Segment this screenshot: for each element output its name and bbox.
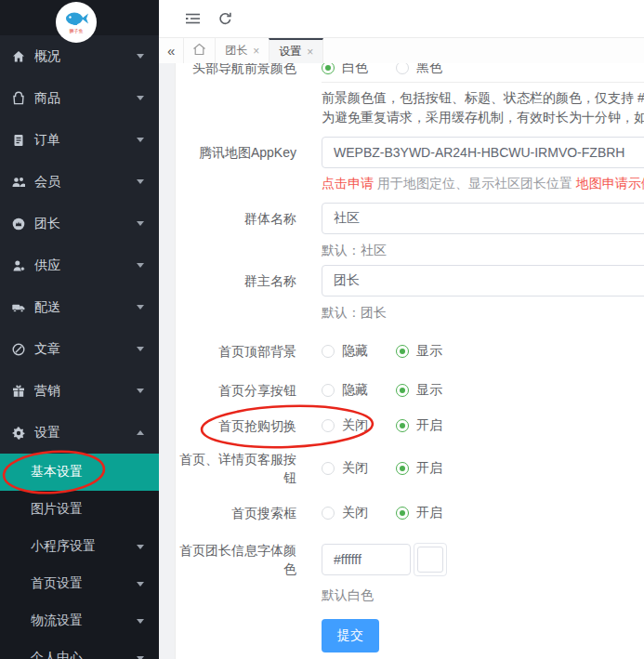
close-icon[interactable]: × [253, 45, 259, 58]
sidebar-item-label: 供应 [34, 257, 137, 274]
sub-item-label: 小程序设置 [31, 538, 137, 555]
color-picker-swatch[interactable] [414, 543, 447, 576]
tab-label: 设置 [279, 44, 301, 59]
apply-link[interactable]: 点击申请 [322, 176, 374, 191]
sidebar-item-orders[interactable]: 订单 [0, 119, 159, 161]
sidebar-item-miniprogram-settings[interactable]: 小程序设置 [0, 528, 159, 565]
leader-badge-icon [11, 217, 26, 231]
sidebar-item-homepage-settings[interactable]: 首页设置 [0, 565, 159, 602]
radio-circle-icon [396, 507, 409, 520]
divider [322, 82, 644, 83]
chevron-down-icon [137, 305, 144, 310]
radio-circle-icon [322, 63, 335, 74]
form-row-leader-font-color: 首页团长信息字体颜色 [176, 541, 644, 578]
home-icon [11, 49, 26, 64]
radio-on[interactable]: 开启 [396, 505, 442, 521]
sidebar-item-label: 营销 [34, 383, 137, 400]
chevron-down-icon [137, 656, 144, 659]
owner-name-hint: 默认：团长 [322, 305, 644, 322]
logo-strip: 狮子鱼 [0, 0, 159, 35]
chevron-down-icon [137, 619, 144, 624]
radio-circle-icon [322, 419, 335, 432]
map-appkey-input[interactable] [322, 137, 644, 168]
sub-item-label: 图片设置 [31, 501, 148, 518]
field-label: 首页团长信息字体颜色 [176, 541, 296, 578]
sidebar-item-articles[interactable]: 文章 [0, 328, 159, 370]
sidebar-item-supply[interactable]: 供应 [0, 244, 159, 286]
close-icon[interactable]: × [307, 46, 313, 59]
form-row-foreground-color: 头部导航前景颜色 白色 黑色 [176, 63, 644, 78]
topbar [159, 0, 644, 38]
sidebar-item-marketing[interactable]: 营销 [0, 370, 159, 412]
chevron-down-icon [137, 54, 144, 59]
group-name-hint: 默认：社区 [322, 243, 644, 259]
tab-label: 团长 [225, 43, 247, 59]
home-tab-button[interactable] [184, 38, 216, 63]
sidebar-item-label: 文章 [34, 341, 137, 358]
field-label: 首页抢购切换 [176, 416, 296, 435]
collapse-tabs-button[interactable]: « [159, 38, 184, 63]
content-body: 头部导航前景颜色 白色 黑色 [159, 63, 644, 659]
sidebar-item-personal-center[interactable]: 个人中心 [0, 639, 159, 659]
chevron-down-icon [137, 389, 144, 393]
chevron-down-icon [137, 347, 144, 351]
chevron-down-icon [137, 179, 144, 184]
radio-on[interactable]: 开启 [396, 460, 442, 477]
form-row-map-appkey: 腾讯地图AppKey [176, 137, 644, 168]
logo: 狮子鱼 [56, 2, 97, 43]
group-name-input[interactable] [322, 203, 644, 234]
sidebar-item-image-settings[interactable]: 图片设置 [0, 491, 159, 528]
home-outline-icon [192, 43, 206, 59]
radio-off[interactable]: 关闭 [322, 505, 368, 521]
submit-button[interactable]: 提交 [322, 619, 379, 652]
radio-white[interactable]: 白色 [322, 63, 368, 76]
radio-circle-icon [322, 507, 335, 520]
radio-on[interactable]: 开启 [396, 417, 442, 434]
tab-settings[interactable]: 设置 × [269, 38, 323, 63]
chevron-down-icon [137, 263, 144, 268]
fold-menu-icon[interactable] [185, 11, 201, 26]
help-line: 为避免重复请求，采用缓存机制，有效时长为十分钟，如需马上生效可重新 [322, 108, 644, 127]
radio-circle-icon [396, 345, 409, 358]
field-label: 群主名称 [176, 271, 296, 290]
field-label: 头部导航前景颜色 [176, 63, 296, 77]
field-label: 群体名称 [176, 209, 296, 228]
refresh-icon[interactable] [217, 11, 233, 27]
compass-icon [11, 342, 26, 357]
main-menu: 概况 商品 订单 会员 [0, 35, 159, 659]
radio-black[interactable]: 黑色 [396, 63, 442, 76]
radio-circle-icon [322, 462, 335, 475]
map-appkey-links: 点击申请 用于地图定位、显示社区团长位置 地图申请示例 小程序域名设置 [322, 175, 644, 191]
sidebar-item-delivery[interactable]: 配送 [0, 286, 159, 328]
radio-off[interactable]: 关闭 [322, 417, 368, 434]
sidebar-item-label: 配送 [34, 299, 137, 316]
sidebar-item-logistics-settings[interactable]: 物流设置 [0, 602, 159, 639]
font-color-input[interactable] [322, 544, 411, 575]
page-gutter [159, 63, 175, 659]
radio-circle-icon [322, 345, 335, 358]
radio-show[interactable]: 显示 [396, 382, 442, 399]
tab-leaders[interactable]: 团长 × [216, 38, 269, 63]
radio-show[interactable]: 显示 [396, 343, 442, 360]
chevron-down-icon [137, 582, 144, 587]
radio-hide[interactable]: 隐藏 [322, 382, 368, 399]
map-example-link[interactable]: 地图申请示例 [576, 176, 644, 191]
owner-name-input[interactable] [322, 265, 644, 297]
sidebar-item-products[interactable]: 商品 [0, 77, 159, 119]
radio-hide[interactable]: 隐藏 [322, 343, 368, 360]
sub-item-label: 物流设置 [31, 613, 137, 629]
file-icon [11, 133, 26, 148]
sidebar-item-leaders[interactable]: 团长 [0, 203, 159, 244]
sidebar-item-label: 商品 [34, 90, 137, 107]
sidebar-item-label: 设置 [34, 425, 137, 442]
sidebar-item-settings[interactable]: 设置 [0, 412, 159, 454]
form-row-group-name: 群体名称 [176, 203, 644, 234]
sub-item-label: 基本设置 [31, 464, 148, 481]
sidebar: 狮子鱼 概况 商品 订单 [0, 0, 159, 659]
radio-off[interactable]: 关闭 [322, 460, 368, 477]
sidebar-item-members[interactable]: 会员 [0, 161, 159, 203]
supplier-icon [11, 258, 26, 273]
truck-icon [11, 300, 26, 315]
map-desc: 用于地图定位、显示社区团长位置 [377, 176, 572, 191]
sidebar-item-basic-settings[interactable]: 基本设置 [0, 454, 159, 491]
